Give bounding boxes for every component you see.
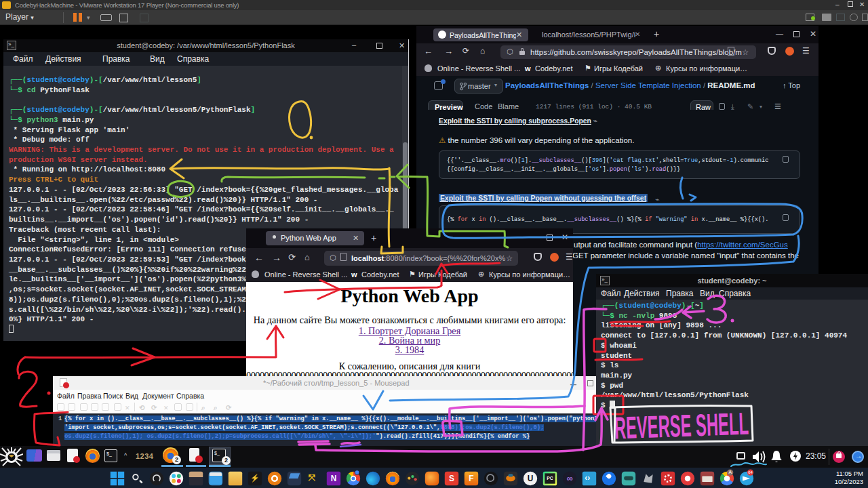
svg-text:REVERSE SHELL: REVERSE SHELL <box>614 406 749 446</box>
